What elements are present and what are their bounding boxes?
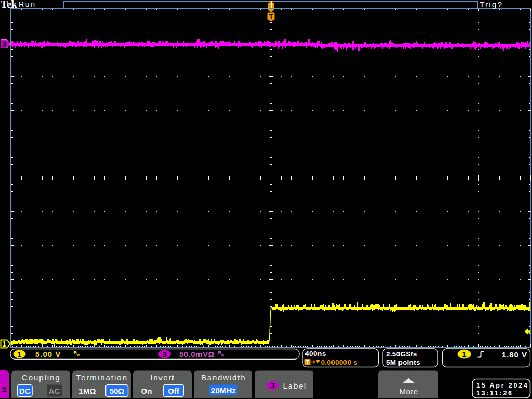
svg-text:More: More [399, 387, 418, 396]
svg-text:Run: Run [19, 0, 35, 8]
svg-text:Bandwidth: Bandwidth [201, 373, 245, 382]
svg-text:On: On [141, 387, 152, 395]
svg-text:W: W [77, 353, 81, 357]
svg-text:3: 3 [2, 385, 6, 394]
svg-text:Tek: Tek [1, 0, 17, 10]
svg-text:3: 3 [271, 381, 275, 390]
svg-text:Off: Off [168, 387, 180, 395]
svg-text:20MHz: 20MHz [211, 386, 236, 395]
svg-text:T: T [269, 12, 274, 20]
svg-text:0.000000 s: 0.000000 s [321, 358, 358, 366]
svg-text:AC: AC [49, 387, 60, 395]
svg-text:Label: Label [283, 381, 307, 390]
svg-text:3: 3 [163, 350, 167, 358]
svg-text:1.80 V: 1.80 V [502, 350, 527, 359]
svg-text:15 Apr 2024: 15 Apr 2024 [476, 382, 527, 389]
svg-text:5.00 V: 5.00 V [35, 350, 61, 358]
svg-text:1MΩ: 1MΩ [79, 387, 96, 395]
svg-text:W: W [221, 353, 225, 357]
svg-text:1: 1 [18, 350, 22, 358]
svg-text:Termination: Termination [76, 373, 127, 382]
svg-text:Invert: Invert [151, 373, 175, 382]
svg-text:T: T [306, 359, 310, 365]
svg-text:400ns: 400ns [305, 350, 326, 357]
svg-text:1: 1 [2, 340, 6, 348]
svg-text:5M points: 5M points [386, 358, 420, 366]
svg-text:DC: DC [19, 387, 31, 395]
svg-text:1: 1 [462, 350, 466, 358]
svg-text:2.50GS/s: 2.50GS/s [386, 350, 417, 358]
svg-text:13:11:26: 13:11:26 [476, 390, 512, 397]
svg-text:50.0mVΩ: 50.0mVΩ [179, 350, 215, 358]
svg-text:50Ω: 50Ω [110, 387, 125, 395]
svg-text:3: 3 [2, 40, 6, 48]
svg-text:Coupling: Coupling [22, 373, 60, 382]
